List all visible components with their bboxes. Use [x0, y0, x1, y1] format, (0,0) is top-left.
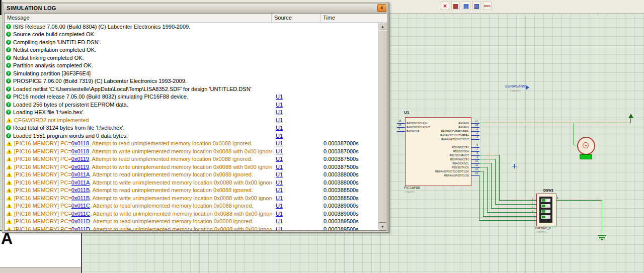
wire[interactable] [555, 200, 602, 201]
source-link[interactable]: U1 [276, 203, 283, 209]
motor-component[interactable] [577, 137, 595, 155]
log-row[interactable]: iNetlist linking completed OK. [5, 54, 378, 62]
chip-pin[interactable]: 11RB5/SS/TX/CK [407, 165, 470, 169]
object-selector-panel[interactable]: A [0, 230, 82, 273]
log-row[interactable]: ![PIC16 MEMORY] PC=0x011D. Attempt to wr… [5, 225, 378, 230]
pc-link[interactable]: 0x011D [71, 218, 90, 224]
wire[interactable] [478, 155, 499, 155]
log-row[interactable]: ![PIC16 MEMORY] PC=0x011A. Attempt to wr… [5, 178, 378, 187]
chip-pin[interactable]: 13RB7/AN6/PGD/T1OSI [407, 173, 470, 177]
source-link[interactable]: U1 [276, 117, 283, 123]
chip-pin[interactable]: 18RA1/AN1 [407, 125, 470, 129]
chip-pin[interactable]: 2RA3/AN3/C1OUT/VREF+ [407, 133, 470, 137]
log-row[interactable]: ![PIC16 MEMORY] PC=0x0118. Attempt to re… [5, 140, 378, 148]
source-link[interactable]: U1 [276, 94, 283, 100]
log-row[interactable]: iNetlist compilation completed OK. [5, 46, 378, 54]
wire-label[interactable]: U1(RA0/AN0) [505, 84, 526, 88]
wire[interactable] [483, 216, 536, 217]
source-link[interactable]: U1 [276, 187, 283, 193]
pc-link[interactable]: 0x0119 [71, 164, 89, 170]
graph-icon[interactable]: ▦ [451, 2, 460, 10]
source-link[interactable]: U1 [276, 218, 283, 224]
scroll-down-icon[interactable]: ▼ [379, 223, 386, 230]
pc-link[interactable]: 0x011B [71, 187, 90, 193]
pc-link[interactable]: 0x011C [71, 203, 90, 209]
column-header-message[interactable]: Message [5, 14, 272, 22]
wire[interactable] [630, 118, 631, 123]
scroll-thumb[interactable] [379, 31, 386, 223]
log-row[interactable]: ![PIC16 MEMORY] PC=0x0119. Attempt to re… [5, 155, 378, 163]
wire[interactable] [574, 123, 574, 145]
wire[interactable] [499, 155, 500, 200]
source-link[interactable]: U1 [276, 148, 283, 154]
source-link[interactable]: U1 [276, 179, 283, 186]
log-row[interactable]: iLoaded 256 bytes of persistent EEPROM d… [5, 101, 378, 109]
dip-switch-toggle[interactable] [541, 199, 550, 202]
wire[interactable] [478, 159, 495, 159]
dip-switch-toggle[interactable] [541, 215, 550, 219]
log-row[interactable]: iSource code build completed OK. [5, 31, 378, 39]
chip-pin[interactable]: 1RA2/AN2/CVREF/VREF- [407, 129, 470, 133]
wire[interactable] [479, 220, 536, 221]
log-row[interactable]: iRead total of 3124 bytes from file 'I:\… [5, 124, 378, 132]
pc-link[interactable]: 0x011D [71, 226, 90, 230]
log-row[interactable]: ![PIC16 MEMORY] PC=0x011D. Attempt to re… [5, 218, 378, 226]
power-arrow-icon[interactable] [628, 114, 633, 118]
wire[interactable] [478, 167, 487, 167]
column-header-time[interactable]: Time [320, 14, 387, 22]
close-icon[interactable]: × [377, 4, 386, 12]
chip-pin[interactable]: 7RB1/SDI/SDA [407, 149, 470, 153]
pc-link[interactable]: 0x0119 [71, 156, 89, 162]
source-link[interactable]: U1 [276, 109, 283, 115]
log-row[interactable]: iPROSPICE 7.06.00 (Build 7319) (C) Labce… [5, 77, 378, 85]
ground-icon[interactable] [598, 235, 606, 236]
chip-pin[interactable]: 3RA4/AN4/T0CKI/C2OUT [407, 137, 470, 141]
pc-link[interactable]: 0x0118 [71, 140, 89, 146]
pc-link[interactable]: 0x011C [71, 211, 90, 217]
source-link[interactable]: U1 [276, 125, 283, 131]
dip-switch-toggle[interactable] [541, 204, 550, 208]
source-link[interactable]: U1 [276, 102, 283, 108]
chip-pin[interactable]: 12RB6/AN5/PGC/T1OSO/T1CKI [407, 169, 470, 173]
log-row[interactable]: iPartition analysis completed OK. [5, 62, 378, 70]
pc-link[interactable]: 0x011A [71, 171, 90, 177]
log-row[interactable]: iSimulating partition [36F3F6E4] [5, 69, 378, 77]
wire[interactable] [487, 167, 488, 212]
source-link[interactable]: U1 [276, 195, 283, 201]
wire[interactable] [478, 163, 491, 163]
log-row[interactable]: iPIC16 model release 7.05.00 (Build 8032… [5, 93, 378, 101]
log-row[interactable]: iLoaded netlist 'C:\Users\estelle\AppDat… [5, 85, 378, 93]
chip-pin[interactable]: 10RB4/SCK/SCL [407, 161, 470, 165]
pic16f88-chip[interactable]: 16RA7/OSC1/CLKIN15RA6/OSC2/CLKOUT4RA5/MC… [405, 117, 471, 186]
chip-pin[interactable]: 6RB0/INT/CCP1 [407, 145, 470, 149]
column-header-source[interactable]: Source [272, 14, 320, 22]
log-row[interactable]: ![PIC16 MEMORY] PC=0x0119. Attempt to wr… [5, 163, 378, 171]
pc-link[interactable]: 0x011A [71, 179, 90, 186]
log-row[interactable]: iISIS Release 7.06.00 (Build 8304) (C) L… [5, 23, 378, 31]
pc-link[interactable]: 0x011B [71, 195, 90, 201]
sensor-component[interactable] [580, 154, 592, 159]
log-row[interactable]: ![PIC16 MEMORY] PC=0x0118. Attempt to wr… [5, 147, 378, 155]
log-row[interactable]: !CFGWORD2 not implementedU1 [5, 116, 378, 124]
source-link[interactable]: U1 [276, 164, 283, 170]
source-link[interactable]: U1 [276, 140, 283, 146]
source-doc-icon[interactable]: ▤ [462, 2, 470, 10]
edit-doc-icon[interactable]: ▧ [472, 2, 481, 10]
chip-pin[interactable]: 17RA0/AN0 [407, 121, 470, 125]
log-row[interactable]: ![PIC16 MEMORY] PC=0x011B. Attempt to re… [5, 187, 378, 195]
stop-icon[interactable]: × [441, 2, 449, 10]
vertical-scrollbar[interactable]: ▲ ▼ [378, 23, 387, 230]
source-link[interactable]: U1 [276, 156, 283, 162]
wire[interactable] [479, 175, 479, 220]
dip-switch-component[interactable] [536, 194, 556, 226]
res-icon[interactable]: RES [483, 2, 492, 10]
chip-pin[interactable]: 9RB3/PGM/CCP1 [407, 157, 470, 161]
dip-switch-toggle[interactable] [541, 210, 550, 213]
wire[interactable] [602, 200, 602, 235]
pc-link[interactable]: 0x0118 [71, 148, 89, 154]
log-row[interactable]: ![PIC16 MEMORY] PC=0x011A. Attempt to re… [5, 171, 378, 179]
log-row[interactable]: iLoaded 1551 program words and 0 data by… [5, 132, 378, 140]
log-row[interactable]: ![PIC16 MEMORY] PC=0x011C. Attempt to re… [5, 202, 378, 210]
source-link[interactable]: U1 [276, 133, 283, 139]
scroll-up-icon[interactable]: ▲ [379, 23, 386, 30]
